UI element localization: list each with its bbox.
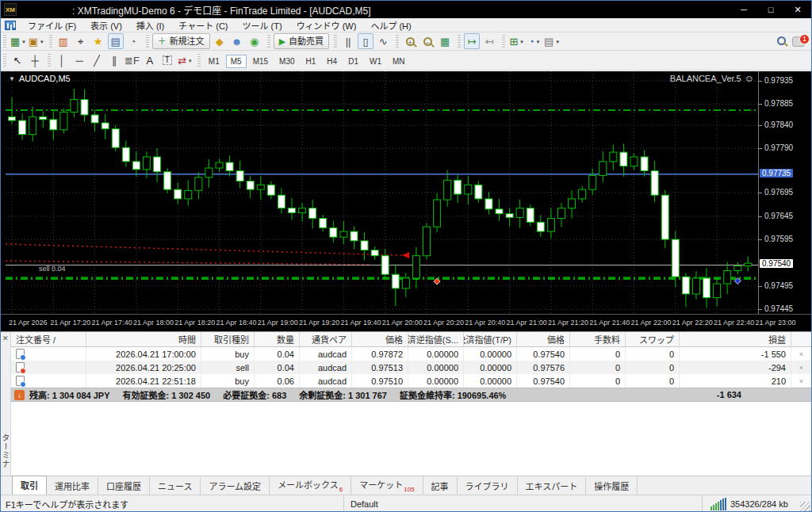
tab-news[interactable]: ニュース [150,477,201,495]
periods-button-dropdown[interactable]: ▾ [537,39,540,44]
toolbar-grip[interactable] [3,54,6,67]
templates-button-dropdown[interactable]: ▾ [556,39,559,44]
terminal-close-icon[interactable]: ✕ [2,335,9,342]
trendline-button[interactable]: ╱ [89,52,105,68]
order-row[interactable]: 2026.04.21 22:51:18buy0.06audcad0.975100… [11,374,811,388]
text-label-button[interactable]: T [159,52,175,68]
toolbar-grip[interactable] [396,35,399,48]
tab-experts[interactable]: エキスパート [518,477,587,495]
timeframe-h4[interactable]: H4 [322,55,342,68]
navigator-button[interactable]: ★ [90,33,106,49]
tab-alerts[interactable]: アラーム設定 [201,477,270,495]
menu-view[interactable]: 表示 (V) [83,17,129,33]
tab-articles[interactable]: 記事 [423,477,458,495]
candlestick-button[interactable]: ▯ [358,33,373,49]
toolbar-grip[interactable] [3,35,6,48]
timeframe-d1[interactable]: D1 [343,55,363,68]
close-order-icon[interactable]: × [791,347,811,361]
tab-journal[interactable]: 操作履歴 [586,477,638,495]
chart-shift-button[interactable]: ↤ [481,33,497,49]
column-header[interactable]: 決済指値(T/P) [464,332,517,346]
community-button[interactable]: ☻ [229,33,245,49]
profiles-button-dropdown[interactable]: ▾ [40,39,44,44]
tile-windows-button[interactable]: ▦ [437,33,453,49]
order-row[interactable]: 2026.04.21 17:00:00buy0.04audcad0.978720… [11,347,811,361]
timeframe-m15[interactable]: M15 [248,55,273,68]
tab-library[interactable]: ライブラリ [458,477,518,495]
new-chart-button[interactable]: ▦▾ [10,33,26,49]
templates-button[interactable]: ▤▾ [543,33,560,49]
line-chart-button[interactable]: ∿ [375,33,391,49]
column-header[interactable]: 手数料 [570,332,626,346]
timeframe-m5[interactable]: M5 [226,55,247,68]
timeframe-w1[interactable]: W1 [365,55,386,68]
periods-button[interactable]: ◔▾ [526,33,542,49]
notifications-icon[interactable]: 1 [792,36,805,47]
timeframe-h1[interactable]: H1 [301,55,321,68]
column-header[interactable]: 価格 [352,332,408,346]
autotrading-button[interactable]: ▶自動売買 [274,33,329,49]
column-header[interactable] [791,332,811,346]
fibonacci-button[interactable]: ≣F [124,52,140,68]
bar-chart-button[interactable]: || [340,33,356,49]
column-header[interactable]: 価格 [517,332,570,346]
menu-chart[interactable]: チャート (C) [171,17,235,33]
column-header[interactable]: 時間 [86,332,201,346]
tab-mailbox[interactable]: メールボックス6 [270,476,351,495]
menu-help[interactable]: ヘルプ (H) [363,17,418,33]
timeframe-m1[interactable]: M1 [204,55,224,68]
new-order-button[interactable]: ＋新規注文 [152,33,210,49]
menu-file[interactable]: ファイル (F) [21,17,83,33]
time-axis[interactable]: 21 Apr 202621 Apr 17:2021 Apr 17:4021 Ap… [1,314,811,331]
tab-exposure[interactable]: 運用比率 [47,477,98,495]
chart-window-icon[interactable] [5,21,16,30]
candlestick-chart[interactable]: sell 0.04 [6,71,760,314]
ea-smiley-icon[interactable]: ☺ [745,73,754,84]
terminal-side-label[interactable]: ターミナル [1,434,11,476]
tab-trade[interactable]: 取引 [12,476,47,495]
column-header[interactable]: 注文番号 / [11,332,86,346]
ea-label[interactable]: BALANCEA_Ver.5 ☺ [670,73,754,84]
auto-scroll-button[interactable]: ↦ [464,33,480,49]
search-icon[interactable] [777,34,786,48]
indicators-button[interactable]: ⊞▾ [508,33,524,49]
column-header[interactable]: 通貨ペア [300,332,352,346]
zoom-in-button[interactable]: + [402,33,418,49]
column-header[interactable]: 取引種別 [201,332,255,346]
menu-window[interactable]: ウィンドウ (W) [289,17,364,33]
tab-market[interactable]: マーケット105 [351,476,423,495]
market-watch-button[interactable]: ▥ [56,33,71,49]
zoom-out-button[interactable]: − [419,33,435,49]
close-order-icon[interactable]: × [791,361,811,374]
vertical-line-button[interactable]: │ [54,52,70,68]
text-button[interactable]: A [142,52,158,68]
terminal-button[interactable]: ▤ [108,33,124,49]
minimize-button[interactable]: ─ [730,1,757,18]
horizontal-line-button[interactable]: ─ [71,52,87,68]
column-header[interactable]: 数量 [255,332,300,346]
column-header[interactable]: スワップ [626,332,680,346]
menu-insert[interactable]: 挿入 (I) [129,17,171,33]
arrow-tools-button[interactable]: ⇄▾ [177,52,193,68]
toolbar-grip[interactable] [458,35,461,48]
toolbar-grip[interactable] [502,35,505,48]
close-order-icon[interactable]: × [791,374,811,388]
chart-symbol-label[interactable]: ▼ AUDCAD,M5 [9,74,71,83]
data-window-button[interactable]: ⌖ [73,33,89,49]
indicators-button-dropdown[interactable]: ▾ [520,39,523,44]
toolbar-grip[interactable] [334,35,337,48]
menu-tools[interactable]: ツール (T) [236,17,289,33]
crosshair-button[interactable]: ┼ [27,52,43,68]
cursor-button[interactable]: ↖ [10,52,25,68]
channel-button[interactable]: ∥ [106,52,122,68]
new-chart-button-dropdown[interactable]: ▾ [22,39,25,44]
close-button[interactable]: ✕ [784,1,811,18]
metaeditor-button[interactable]: ◆ [212,33,228,49]
order-row[interactable]: 2026.04.21 20:25:00sell0.04audcad0.97513… [11,361,811,374]
tab-account-history[interactable]: 口座履歴 [98,477,150,495]
signals-button[interactable]: ◉ [247,33,262,49]
price-axis[interactable]: 0.979350.978850.978400.977900.976950.976… [758,71,811,331]
profiles-button[interactable]: ▣▾ [28,33,44,49]
maximize-button[interactable]: □ [757,1,784,18]
toolbar-grip[interactable] [146,35,149,48]
